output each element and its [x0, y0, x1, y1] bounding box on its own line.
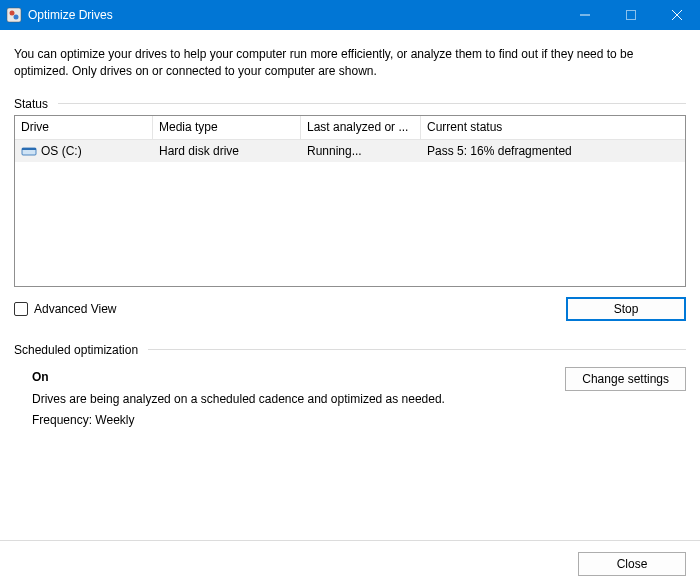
- advanced-view-checkbox[interactable]: Advanced View: [14, 302, 117, 316]
- col-header-current[interactable]: Current status: [421, 116, 685, 139]
- cell-drive: OS (C:): [15, 140, 153, 162]
- maximize-button[interactable]: [608, 0, 654, 30]
- col-header-drive[interactable]: Drive: [15, 116, 153, 139]
- close-button[interactable]: Close: [578, 552, 686, 576]
- minimize-button[interactable]: [562, 0, 608, 30]
- status-group-header: Status: [14, 97, 686, 111]
- footer: Close: [0, 540, 700, 586]
- scheduled-group: Scheduled optimization On Drives are bei…: [14, 343, 686, 430]
- below-list-row: Advanced View Stop: [14, 297, 686, 321]
- scheduled-state: On: [32, 367, 445, 387]
- content-area: You can optimize your drives to help you…: [0, 30, 700, 430]
- col-header-media[interactable]: Media type: [153, 116, 301, 139]
- change-settings-button[interactable]: Change settings: [565, 367, 686, 391]
- advanced-view-label: Advanced View: [34, 302, 117, 316]
- scheduled-desc: Drives are being analyzed on a scheduled…: [32, 389, 445, 409]
- intro-text: You can optimize your drives to help you…: [14, 46, 686, 81]
- scheduled-group-header: Scheduled optimization: [14, 343, 686, 357]
- stop-button[interactable]: Stop: [566, 297, 686, 321]
- close-window-button[interactable]: [654, 0, 700, 30]
- scheduled-label: Scheduled optimization: [14, 343, 148, 357]
- cell-last: Running...: [301, 140, 421, 162]
- col-header-last[interactable]: Last analyzed or ...: [301, 116, 421, 139]
- svg-rect-4: [627, 11, 636, 20]
- cell-media: Hard disk drive: [153, 140, 301, 162]
- scheduled-frequency: Frequency: Weekly: [32, 410, 445, 430]
- divider: [58, 103, 686, 104]
- cell-drive-text: OS (C:): [41, 144, 82, 158]
- drives-header-row: Drive Media type Last analyzed or ... Cu…: [15, 116, 685, 140]
- divider: [148, 349, 686, 350]
- svg-point-1: [10, 11, 15, 16]
- drive-icon: [21, 145, 37, 157]
- app-icon: [6, 7, 22, 23]
- window-title: Optimize Drives: [28, 8, 113, 22]
- svg-rect-8: [22, 148, 36, 150]
- svg-rect-0: [7, 8, 21, 22]
- scheduled-text-block: On Drives are being analyzed on a schedu…: [32, 367, 445, 430]
- drives-list[interactable]: Drive Media type Last analyzed or ... Cu…: [14, 115, 686, 287]
- checkbox-box[interactable]: [14, 302, 28, 316]
- status-label: Status: [14, 97, 58, 111]
- cell-current: Pass 5: 16% defragmented: [421, 140, 685, 162]
- titlebar: Optimize Drives: [0, 0, 700, 30]
- svg-point-2: [14, 15, 19, 20]
- table-row[interactable]: OS (C:) Hard disk drive Running... Pass …: [15, 140, 685, 162]
